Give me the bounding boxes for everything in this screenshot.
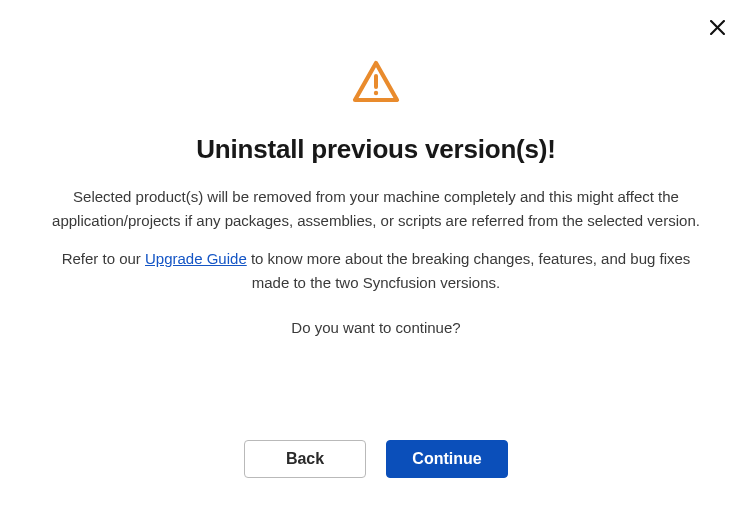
- back-button[interactable]: Back: [244, 440, 366, 478]
- button-row: Back Continue: [0, 440, 752, 478]
- dialog-description-2: Refer to our Upgrade Guide to know more …: [48, 247, 704, 295]
- close-button[interactable]: [708, 18, 726, 36]
- dialog-description-2-suffix: to know more about the breaking changes,…: [247, 250, 691, 291]
- close-icon: [710, 20, 725, 35]
- warning-icon: [352, 60, 400, 108]
- confirm-prompt: Do you want to continue?: [291, 319, 460, 336]
- dialog-heading: Uninstall previous version(s)!: [196, 134, 556, 165]
- dialog-description-1: Selected product(s) will be removed from…: [48, 185, 704, 233]
- dialog-description-2-prefix: Refer to our: [62, 250, 145, 267]
- dialog-content: Uninstall previous version(s)! Selected …: [0, 0, 752, 336]
- upgrade-guide-link[interactable]: Upgrade Guide: [145, 250, 247, 267]
- svg-point-3: [374, 91, 378, 95]
- continue-button[interactable]: Continue: [386, 440, 508, 478]
